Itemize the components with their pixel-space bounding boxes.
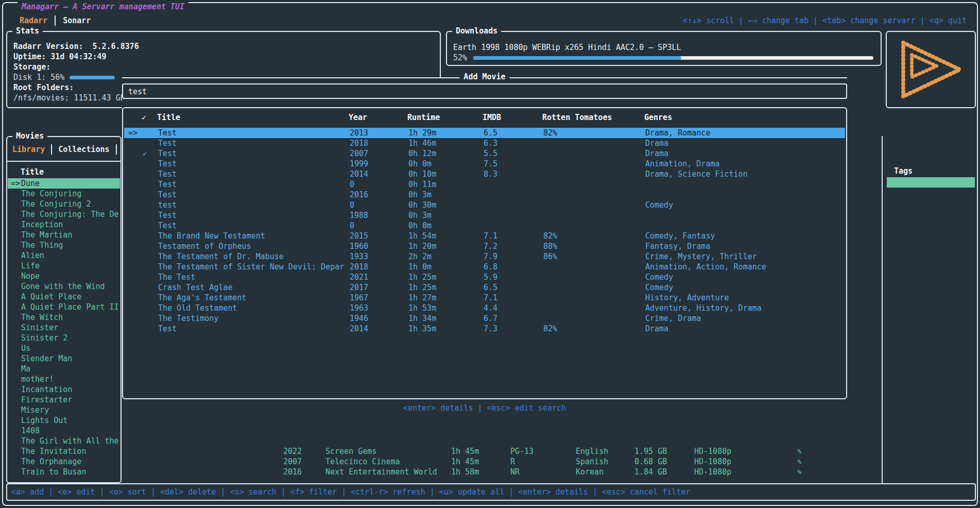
edit-pencil-icon[interactable]: ✎ [797,456,802,467]
search-result-row[interactable]: test 0 0h 30m Comedy [124,200,845,210]
movie-list-item[interactable]: The Conjuring 2 [8,199,120,209]
search-results-table: ✓ Title Year Runtime IMDB Rotten Tomatoe… [122,107,847,399]
movie-list-item[interactable]: Misery [8,405,120,415]
movie-list-item[interactable]: The Thing [8,240,120,250]
search-result-row[interactable]: Test 2016 0h 3m [124,190,845,200]
add-movie-search-box [122,83,847,99]
result-runtime: 1h 54m [408,231,436,241]
result-genres: Comedy [645,282,673,293]
movie-title: The Girl with All the [21,436,119,446]
movie-title: Incantation [21,384,72,395]
edit-pencil-icon[interactable]: ✎ [797,467,802,477]
movie-list-item[interactable]: A Quiet Place Part II [8,302,120,312]
result-title: The Testament of Sister New Devil: Depar [158,262,344,272]
search-result-row[interactable]: Test 2014 1h 35m 7.3 82% Drama [124,324,845,334]
movie-list-item[interactable]: Sinister [8,323,120,333]
tab-library[interactable]: Library [12,144,45,155]
column-header-runtime: Runtime [407,112,440,123]
movie-list-item[interactable]: Gone with the Wind [8,281,120,292]
movie-list-item[interactable]: Nope [8,271,120,281]
movie-list-item[interactable]: Us [8,343,120,353]
tags-selected-row[interactable] [887,177,975,188]
search-result-row[interactable]: Test 2018 1h 46m 6.3 Drama [124,138,845,148]
movie-title: The Conjuring: The De [21,209,119,219]
file-quality: HD-1080p [694,456,731,467]
result-genres: Fantasy, Drama [645,241,710,251]
movie-list-item[interactable]: Sinister 2 [8,333,120,343]
search-result-row[interactable]: The Old Testament 1963 1h 53m 4.4 Advent… [124,303,845,313]
result-rotten-tomatoes: 82% [543,324,557,334]
file-size: 1.84 GB [634,467,667,477]
movie-list-item[interactable]: The Conjuring [8,189,120,199]
tab-sonarr[interactable]: Sonarr [63,15,91,26]
search-result-row[interactable]: The Aga's Testament 1967 1h 27m 7.1 Hist… [124,293,845,303]
result-year: 0 [350,179,354,190]
add-movie-search-input[interactable] [127,85,840,98]
result-imdb-rating: 7.2 [484,241,497,251]
search-result-row[interactable]: The Brand New Testament 2015 1h 54m 7.1 … [124,231,845,241]
result-rotten-tomatoes: 86% [543,251,557,262]
search-result-row[interactable]: The Test 2021 1h 25m 5.9 Comedy [124,272,845,282]
search-result-row[interactable]: The Testament of Sister New Devil: Depar… [124,262,845,272]
result-title: Test [158,221,177,231]
movie-list-item[interactable]: A Quiet Place [8,292,120,302]
result-runtime: 0h 10m [408,169,436,179]
movie-title: Us [21,343,30,353]
add-movie-popup-title: Add Movie [459,72,509,82]
movie-list-item[interactable]: The Girl with All the [8,436,120,446]
movie-list-item[interactable]: => Dune [8,178,120,189]
movies-tabs: Library Collections [12,144,117,155]
movie-list-item[interactable]: Alien [8,250,120,261]
result-runtime: 1h 34m [408,313,436,324]
movie-title: Gone with the Wind [21,281,105,292]
result-imdb-rating: 7.5 [484,159,497,169]
search-result-row[interactable]: Crash Test Aglae 2017 1h 25m 6.5 Comedy [124,282,845,293]
result-runtime: 1h 20m [408,241,436,251]
search-result-row[interactable]: Testament of Orpheus 1960 1h 20m 7.2 88%… [124,241,845,251]
movie-list-item[interactable]: The Witch [8,312,120,323]
tab-radarr[interactable]: Radarr [20,15,47,26]
search-result-row[interactable]: Test 0 0h 11m [124,179,845,190]
movie-title: Alien [21,250,44,261]
movie-title: The Thing [21,240,63,250]
movie-list-item[interactable]: Slender Man [8,353,120,364]
search-result-row[interactable]: The Testament of Dr. Mabuse 1933 2h 2m 7… [124,251,845,262]
file-quality: HD-1080p [694,467,731,477]
storage-label: Storage: [13,62,436,72]
search-result-row[interactable]: The Testimony 1946 1h 34m 6.7 Crime, Dra… [124,313,845,324]
result-runtime: 1h 27m [408,293,436,303]
result-genres: Crime, Mystery, Thriller [645,251,757,262]
movie-file-row[interactable]: 2016 Next Entertainment World 1h 58m NR … [0,467,980,477]
movie-file-row[interactable]: 2007 Telecinco Cinema 1h 45m R Spanish 0… [0,456,980,467]
search-results-header-row: ✓ Title Year Runtime IMDB Rotten Tomatoe… [123,112,846,123]
file-certification: R [510,456,515,467]
result-genres: Drama, Science Fiction [645,169,748,179]
tab-collections[interactable]: Collections [58,144,109,155]
movie-list-item[interactable]: Lights Out [8,415,120,426]
movie-list-item[interactable]: Inception [8,219,120,230]
movie-list-item[interactable]: Life [8,261,120,271]
movie-list-item[interactable]: Firestarter [8,395,120,405]
uptime-value: 31d 04:32:49 [50,52,106,61]
movie-list-item[interactable]: Incantation [8,384,120,395]
result-runtime: 1h 0m [408,262,432,272]
movie-file-row[interactable]: 2022 Screen Gems 1h 45m PG-13 English 1.… [0,446,980,456]
movie-list-item[interactable]: Ma [8,364,120,374]
search-result-row[interactable]: Test 2014 0h 10m 8.3 Drama, Science Fict… [124,169,845,179]
result-year: 2018 [350,262,368,272]
movie-title: Nope [21,271,40,281]
movie-list-item[interactable]: 1408 [8,426,120,436]
search-result-row[interactable]: ✓ Test 2007 0h 12m 5.5 Drama [124,148,845,159]
result-imdb-rating: 7.1 [484,231,497,241]
movie-list-item[interactable]: The Martian [8,230,120,240]
search-result-row[interactable]: => Test 2013 1h 29m 6.5 82% Drama, Roman… [124,128,845,138]
search-result-row[interactable]: Test 1999 0h 0m 7.5 Animation, Drama [124,159,845,169]
managarr-play-logo-icon [898,40,964,99]
result-runtime: 0h 11m [408,179,436,190]
stats-panel-title: Stats [12,26,43,36]
search-result-row[interactable]: Test 0 0h 0m [124,221,845,231]
edit-pencil-icon[interactable]: ✎ [797,446,802,456]
search-result-row[interactable]: Test 1988 0h 3m [124,210,845,221]
movie-list-item[interactable]: The Conjuring: The De [8,209,120,219]
movie-list-item[interactable]: mother! [8,374,120,384]
